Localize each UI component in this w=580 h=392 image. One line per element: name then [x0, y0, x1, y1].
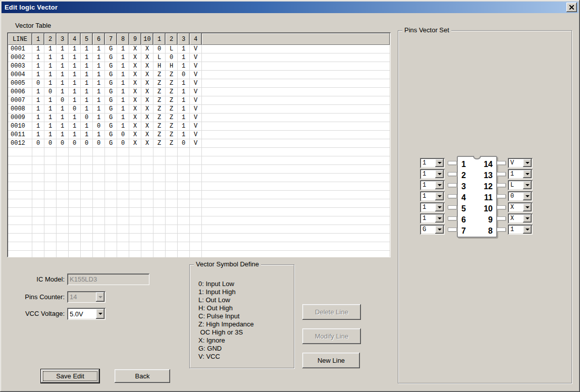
empty-value-cell: [105, 208, 117, 216]
vector-value-cell: X: [141, 53, 153, 62]
table-row[interactable]: 0002111111G1XXL01V: [8, 53, 390, 62]
column-header[interactable]: 3: [178, 33, 189, 45]
table-row[interactable]: 0005011111G1XXZZ1V: [8, 79, 390, 88]
empty-value-cell: [105, 216, 117, 225]
table-row[interactable]: 0009111101G1XXZZ1V: [8, 114, 390, 122]
column-header[interactable]: 5: [81, 33, 92, 45]
table-row[interactable]: 0006101111G1XXZZ1V: [8, 88, 390, 96]
vector-value-cell: 1: [81, 131, 93, 139]
dropdown-button[interactable]: [523, 226, 532, 234]
dropdown-button[interactable]: [435, 181, 444, 189]
table-row[interactable]: 0010111110G1XXZZ1V: [8, 122, 390, 131]
vector-value-cell: 1: [93, 96, 105, 105]
dropdown-button[interactable]: [523, 181, 532, 189]
pin-2-combo[interactable]: 1: [420, 169, 445, 179]
pins-counter-dropdown-button[interactable]: [96, 292, 104, 302]
pin-9-combo[interactable]: X: [508, 213, 533, 223]
column-header[interactable]: 9: [129, 33, 141, 45]
dropdown-button[interactable]: [435, 203, 444, 211]
pin-1-combo[interactable]: 1: [420, 158, 445, 168]
delete-line-button[interactable]: Delete Line: [302, 304, 361, 320]
table-row[interactable]: 0001111111G1XX0L1V: [8, 45, 390, 53]
column-header[interactable]: 3: [57, 33, 68, 45]
dropdown-button[interactable]: [523, 159, 532, 167]
table-row[interactable]: 0008111011G1XXZZ1V: [8, 105, 390, 114]
vcc-voltage-dropdown-button[interactable]: [96, 309, 104, 319]
column-header[interactable]: 1: [32, 33, 44, 45]
table-row[interactable]: 0012000000G0XXZZ0V: [8, 139, 390, 148]
column-header[interactable]: 8: [117, 33, 129, 45]
column-header[interactable]: 4: [69, 33, 80, 45]
dropdown-button[interactable]: [523, 214, 532, 222]
title-bar[interactable]: Edit logic Vector: [2, 2, 578, 13]
ic-model-value: K155LD3: [70, 275, 97, 283]
back-button[interactable]: Back: [115, 369, 170, 383]
empty-value-cell: [57, 216, 69, 225]
vector-value-cell: 0: [93, 139, 105, 148]
vector-value-cell: 1: [32, 114, 44, 122]
column-header[interactable]: 7: [105, 33, 117, 45]
pin-5-combo[interactable]: 1: [420, 202, 445, 212]
empty-value-cell: [32, 251, 44, 257]
pin-13-combo[interactable]: 1: [508, 169, 533, 179]
table-row[interactable]: 0007110111G1XXZZ1V: [8, 96, 390, 105]
pin-stub: [497, 194, 506, 198]
empty-value-cell: [166, 148, 178, 156]
pin-stub: [497, 172, 506, 176]
pin-11-combo[interactable]: 0: [508, 191, 533, 201]
modify-line-button[interactable]: Modify Line: [302, 328, 361, 344]
vector-value-cell: Z: [153, 96, 166, 105]
pin-14-combo[interactable]: V: [508, 158, 533, 168]
empty-value-cell: [153, 216, 166, 225]
column-header[interactable]: LINE: [8, 33, 32, 45]
empty-line-cell: [8, 165, 32, 174]
dropdown-button[interactable]: [523, 170, 532, 178]
column-header[interactable]: 4: [190, 33, 201, 45]
table-row[interactable]: 0011111111G0XXZZ1V: [8, 131, 390, 139]
empty-value-cell: [190, 251, 202, 257]
empty-value-cell: [153, 156, 166, 165]
row-filler-cell: [202, 71, 390, 79]
dropdown-button[interactable]: [523, 203, 532, 211]
dropdown-button[interactable]: [435, 170, 444, 178]
save-edit-button[interactable]: Save Edit: [41, 369, 99, 383]
pin-3-combo[interactable]: 1: [420, 180, 445, 190]
pin-10-combo[interactable]: X: [508, 202, 533, 212]
vector-value-cell: 1: [57, 88, 69, 96]
pin-8-combo[interactable]: 1: [508, 225, 533, 235]
vector-value-cell: G: [105, 122, 117, 131]
pin-7-combo[interactable]: G: [420, 225, 445, 235]
column-header[interactable]: 6: [93, 33, 104, 45]
table-row[interactable]: 0004111111G1XXZZ0V: [8, 71, 390, 79]
table-row[interactable]: 0003111111G1XXHH1V: [8, 62, 390, 71]
close-button[interactable]: [566, 3, 577, 12]
dropdown-button[interactable]: [435, 159, 444, 167]
column-header[interactable]: 2: [166, 33, 177, 45]
vector-table[interactable]: LINE123456789101234 0001111111G1XX0L1V00…: [7, 32, 391, 257]
pin-12-combo[interactable]: L: [508, 180, 533, 190]
column-header[interactable]: 1: [153, 33, 165, 45]
column-header[interactable]: 10: [141, 33, 153, 45]
vector-value-cell: X: [141, 71, 153, 79]
vcc-voltage-combo[interactable]: 5.0V: [67, 308, 106, 320]
dropdown-button[interactable]: [435, 192, 444, 200]
row-filler-cell: [202, 234, 390, 242]
chevron-down-icon: [438, 206, 442, 208]
pin-6-combo[interactable]: 1: [420, 213, 445, 223]
pin-combo-value: X: [509, 215, 523, 222]
dropdown-button[interactable]: [435, 226, 444, 234]
new-line-button[interactable]: New Line: [302, 353, 360, 368]
dropdown-button[interactable]: [523, 192, 532, 200]
vector-value-cell: 1: [81, 96, 93, 105]
dropdown-button[interactable]: [435, 214, 444, 222]
vector-value-cell: 1: [32, 131, 44, 139]
pin-4-combo[interactable]: 1: [420, 191, 445, 201]
pin-combo-value: 1: [421, 182, 435, 189]
symbol-define-line: OC High or 3S: [198, 328, 254, 337]
pins-counter-combo[interactable]: 14: [67, 291, 106, 303]
row-filler-cell: [202, 242, 390, 251]
empty-table-row: [8, 242, 390, 251]
empty-value-cell: [57, 225, 69, 234]
column-header[interactable]: 2: [44, 33, 56, 45]
ic-model-field[interactable]: K155LD3: [67, 273, 149, 285]
